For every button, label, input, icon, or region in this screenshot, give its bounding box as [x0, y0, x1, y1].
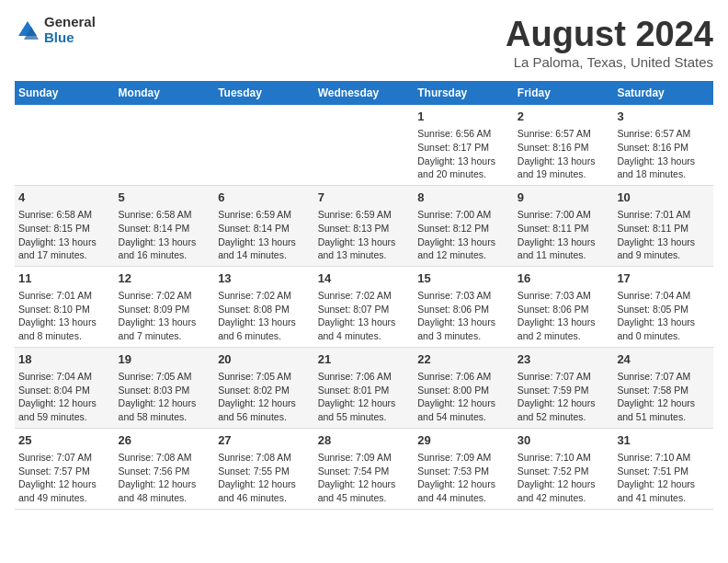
- day-cell: 28Sunrise: 7:09 AM Sunset: 7:54 PM Dayli…: [314, 428, 415, 509]
- day-cell: 25Sunrise: 7:07 AM Sunset: 7:57 PM Dayli…: [15, 428, 115, 509]
- day-number: 21: [318, 351, 411, 368]
- day-number: 3: [617, 109, 710, 125]
- day-info: Sunrise: 6:59 AM Sunset: 8:14 PM Dayligh…: [218, 208, 311, 262]
- day-number: 20: [218, 351, 311, 368]
- day-info: Sunrise: 7:02 AM Sunset: 8:08 PM Dayligh…: [218, 289, 311, 343]
- day-info: Sunrise: 7:10 AM Sunset: 7:51 PM Dayligh…: [617, 451, 710, 505]
- day-info: Sunrise: 7:07 AM Sunset: 7:59 PM Dayligh…: [518, 370, 610, 424]
- day-cell: 26Sunrise: 7:08 AM Sunset: 7:56 PM Dayli…: [115, 428, 215, 509]
- day-number: 30: [518, 432, 610, 449]
- day-info: Sunrise: 7:05 AM Sunset: 8:03 PM Dayligh…: [119, 370, 211, 424]
- day-info: Sunrise: 7:03 AM Sunset: 8:06 PM Dayligh…: [417, 289, 510, 343]
- calendar-header: SundayMondayTuesdayWednesdayThursdayFrid…: [15, 81, 713, 105]
- day-cell: [15, 105, 115, 185]
- day-cell: [115, 105, 215, 185]
- day-info: Sunrise: 7:06 AM Sunset: 8:01 PM Dayligh…: [318, 370, 411, 424]
- day-cell: 29Sunrise: 7:09 AM Sunset: 7:53 PM Dayli…: [414, 428, 514, 509]
- day-number: 14: [318, 270, 411, 287]
- header-tuesday: Tuesday: [214, 81, 314, 105]
- header-row: SundayMondayTuesdayWednesdayThursdayFrid…: [15, 81, 713, 105]
- header-thursday: Thursday: [414, 81, 514, 105]
- day-info: Sunrise: 7:09 AM Sunset: 7:54 PM Dayligh…: [318, 451, 411, 505]
- day-info: Sunrise: 7:03 AM Sunset: 8:06 PM Dayligh…: [518, 289, 610, 343]
- day-info: Sunrise: 7:04 AM Sunset: 8:05 PM Dayligh…: [617, 289, 710, 343]
- day-number: 12: [119, 270, 211, 287]
- day-info: Sunrise: 6:57 AM Sunset: 8:16 PM Dayligh…: [617, 127, 710, 181]
- calendar-subtitle: La Paloma, Texas, United States: [506, 54, 713, 70]
- day-number: 17: [617, 270, 710, 287]
- day-cell: [214, 105, 314, 185]
- day-cell: 13Sunrise: 7:02 AM Sunset: 8:08 PM Dayli…: [214, 266, 314, 347]
- day-info: Sunrise: 7:07 AM Sunset: 7:58 PM Dayligh…: [617, 370, 710, 424]
- day-cell: 17Sunrise: 7:04 AM Sunset: 8:05 PM Dayli…: [613, 266, 713, 347]
- header-friday: Friday: [514, 81, 614, 105]
- week-row-3: 11Sunrise: 7:01 AM Sunset: 8:10 PM Dayli…: [15, 266, 713, 347]
- day-info: Sunrise: 7:09 AM Sunset: 7:53 PM Dayligh…: [417, 451, 510, 505]
- day-number: 25: [18, 432, 111, 449]
- day-number: 16: [518, 270, 610, 287]
- day-number: 7: [318, 190, 411, 206]
- day-number: 23: [518, 351, 610, 368]
- day-cell: 23Sunrise: 7:07 AM Sunset: 7:59 PM Dayli…: [514, 347, 614, 428]
- week-row-5: 25Sunrise: 7:07 AM Sunset: 7:57 PM Dayli…: [15, 428, 713, 509]
- day-info: Sunrise: 7:04 AM Sunset: 8:04 PM Dayligh…: [18, 370, 111, 424]
- day-info: Sunrise: 7:02 AM Sunset: 8:09 PM Dayligh…: [119, 289, 211, 343]
- day-info: Sunrise: 7:07 AM Sunset: 7:57 PM Dayligh…: [18, 451, 111, 505]
- day-cell: 20Sunrise: 7:05 AM Sunset: 8:02 PM Dayli…: [214, 347, 314, 428]
- title-block: August 2024 La Paloma, Texas, United Sta…: [506, 15, 713, 70]
- day-cell: 2Sunrise: 6:57 AM Sunset: 8:16 PM Daylig…: [514, 105, 614, 185]
- day-cell: 14Sunrise: 7:02 AM Sunset: 8:07 PM Dayli…: [314, 266, 415, 347]
- calendar-body: 1Sunrise: 6:56 AM Sunset: 8:17 PM Daylig…: [15, 105, 713, 509]
- day-number: 13: [218, 270, 311, 287]
- day-number: 9: [518, 190, 610, 206]
- day-info: Sunrise: 7:10 AM Sunset: 7:52 PM Dayligh…: [518, 451, 610, 505]
- day-number: 15: [417, 270, 510, 287]
- day-number: 31: [617, 432, 710, 449]
- day-cell: 5Sunrise: 6:58 AM Sunset: 8:14 PM Daylig…: [115, 185, 215, 266]
- week-row-4: 18Sunrise: 7:04 AM Sunset: 8:04 PM Dayli…: [15, 347, 713, 428]
- day-cell: 22Sunrise: 7:06 AM Sunset: 8:00 PM Dayli…: [414, 347, 514, 428]
- day-number: 10: [617, 190, 710, 206]
- logo-general: General: [44, 15, 96, 30]
- header-sunday: Sunday: [15, 81, 115, 105]
- day-info: Sunrise: 7:02 AM Sunset: 8:07 PM Dayligh…: [318, 289, 411, 343]
- day-number: 11: [18, 270, 111, 287]
- day-number: 1: [417, 109, 510, 125]
- day-number: 28: [318, 432, 411, 449]
- day-info: Sunrise: 6:56 AM Sunset: 8:17 PM Dayligh…: [417, 127, 510, 181]
- day-info: Sunrise: 7:05 AM Sunset: 8:02 PM Dayligh…: [218, 370, 311, 424]
- calendar-table: SundayMondayTuesdayWednesdayThursdayFrid…: [15, 81, 713, 510]
- day-number: 24: [617, 351, 710, 368]
- header-saturday: Saturday: [613, 81, 713, 105]
- day-cell: 27Sunrise: 7:08 AM Sunset: 7:55 PM Dayli…: [214, 428, 314, 509]
- page-header: General Blue August 2024 La Paloma, Texa…: [15, 15, 713, 70]
- day-number: 22: [417, 351, 510, 368]
- day-cell: 19Sunrise: 7:05 AM Sunset: 8:03 PM Dayli…: [115, 347, 215, 428]
- day-cell: 24Sunrise: 7:07 AM Sunset: 7:58 PM Dayli…: [613, 347, 713, 428]
- day-info: Sunrise: 7:06 AM Sunset: 8:00 PM Dayligh…: [417, 370, 510, 424]
- header-monday: Monday: [115, 81, 215, 105]
- day-number: 6: [218, 190, 311, 206]
- day-info: Sunrise: 7:00 AM Sunset: 8:12 PM Dayligh…: [417, 208, 510, 262]
- day-cell: 18Sunrise: 7:04 AM Sunset: 8:04 PM Dayli…: [15, 347, 115, 428]
- week-row-2: 4Sunrise: 6:58 AM Sunset: 8:15 PM Daylig…: [15, 185, 713, 266]
- day-number: 19: [119, 351, 211, 368]
- day-number: 4: [18, 190, 111, 206]
- day-info: Sunrise: 6:59 AM Sunset: 8:13 PM Dayligh…: [318, 208, 411, 262]
- day-number: 5: [119, 190, 211, 206]
- header-wednesday: Wednesday: [314, 81, 415, 105]
- day-cell: 31Sunrise: 7:10 AM Sunset: 7:51 PM Dayli…: [613, 428, 713, 509]
- day-info: Sunrise: 7:08 AM Sunset: 7:56 PM Dayligh…: [119, 451, 211, 505]
- day-cell: 21Sunrise: 7:06 AM Sunset: 8:01 PM Dayli…: [314, 347, 415, 428]
- day-number: 18: [18, 351, 111, 368]
- day-cell: 1Sunrise: 6:56 AM Sunset: 8:17 PM Daylig…: [414, 105, 514, 185]
- day-cell: 16Sunrise: 7:03 AM Sunset: 8:06 PM Dayli…: [514, 266, 614, 347]
- day-cell: [314, 105, 415, 185]
- day-info: Sunrise: 6:57 AM Sunset: 8:16 PM Dayligh…: [518, 127, 610, 181]
- day-number: 29: [417, 432, 510, 449]
- day-info: Sunrise: 7:08 AM Sunset: 7:55 PM Dayligh…: [218, 451, 311, 505]
- day-info: Sunrise: 6:58 AM Sunset: 8:14 PM Dayligh…: [119, 208, 211, 262]
- day-cell: 15Sunrise: 7:03 AM Sunset: 8:06 PM Dayli…: [414, 266, 514, 347]
- day-cell: 10Sunrise: 7:01 AM Sunset: 8:11 PM Dayli…: [613, 185, 713, 266]
- day-cell: 6Sunrise: 6:59 AM Sunset: 8:14 PM Daylig…: [214, 185, 314, 266]
